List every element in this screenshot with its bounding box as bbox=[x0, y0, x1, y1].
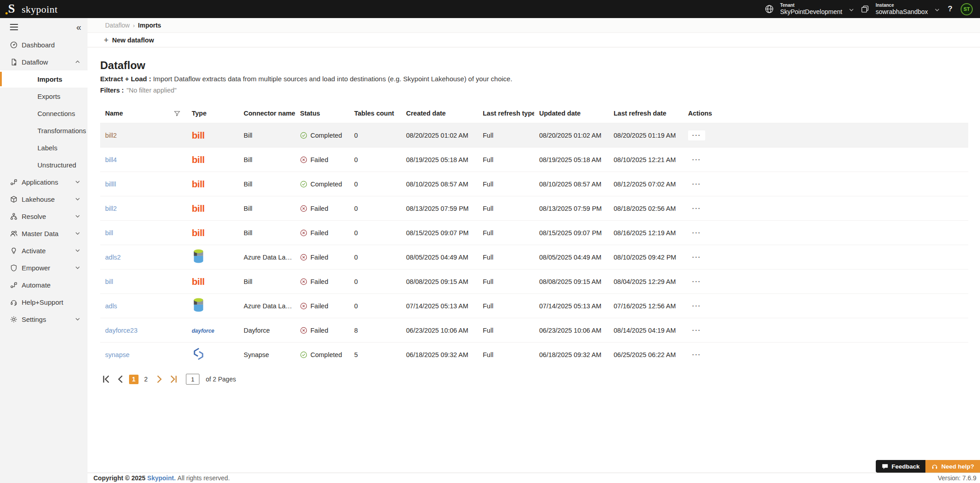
sidebar-item-lakehouse[interactable]: Lakehouse bbox=[0, 190, 88, 208]
created-date: 06/23/2025 10:06 AM bbox=[401, 327, 478, 334]
status-completed-icon bbox=[300, 351, 307, 358]
table-row[interactable]: bill4billBillFailed008/19/2025 05:18 AMF… bbox=[100, 147, 968, 172]
sidebar-item-activate[interactable]: Activate bbox=[0, 242, 88, 259]
status-cell: Failed bbox=[295, 254, 349, 261]
dataflow-name-link[interactable]: adls2 bbox=[105, 254, 121, 261]
nodes-icon bbox=[10, 281, 18, 289]
sidebar-item-resolve[interactable]: Resolve bbox=[0, 208, 88, 225]
row-actions-button[interactable]: ··· bbox=[688, 350, 705, 360]
sidebar-item-dashboard[interactable]: Dashboard bbox=[0, 36, 88, 53]
row-actions-button[interactable]: ··· bbox=[688, 277, 705, 287]
sidebar-item-imports[interactable]: Imports bbox=[0, 70, 88, 88]
column-header-created-date: Created date bbox=[401, 110, 478, 117]
feedback-button[interactable]: Feedback bbox=[876, 460, 925, 473]
row-actions-button[interactable]: ··· bbox=[688, 228, 705, 238]
tables-count: 0 bbox=[349, 132, 401, 139]
instance-selector[interactable]: Instance sowrabhaSandbox bbox=[876, 3, 928, 15]
table-row[interactable]: synapseSynapseCompleted506/18/2025 09:32… bbox=[100, 342, 968, 367]
last-refresh-date: 08/20/2025 01:19 AM bbox=[609, 132, 683, 139]
sidebar-item-help-support[interactable]: Help+Support bbox=[0, 293, 88, 311]
last-refresh-date: 08/16/2025 12:19 AM bbox=[609, 229, 683, 237]
dataflow-name-link[interactable]: bill bbox=[105, 278, 113, 285]
new-dataflow-button[interactable]: + New dataflow bbox=[104, 36, 154, 44]
table-row[interactable]: adlsAzure Data Lake St...Failed007/14/20… bbox=[100, 293, 968, 318]
row-actions-button[interactable]: ··· bbox=[688, 325, 705, 335]
dataflow-name-link[interactable]: bill2 bbox=[105, 205, 117, 212]
next-page-button[interactable] bbox=[153, 374, 165, 385]
table-row[interactable]: adls2Azure Data Lake St...Failed008/05/2… bbox=[100, 245, 968, 269]
sidebar-item-label: Settings bbox=[22, 316, 46, 323]
row-actions-button[interactable]: ··· bbox=[688, 252, 705, 262]
adls-icon bbox=[192, 249, 205, 264]
skypoint-logo[interactable]: S skypoint bbox=[8, 3, 58, 15]
table-row[interactable]: bill2billBillCompleted008/20/2025 01:02 … bbox=[100, 123, 968, 147]
sidebar-item-settings[interactable]: Settings bbox=[0, 311, 88, 328]
page-number-input[interactable] bbox=[186, 374, 199, 385]
chevron-down-icon bbox=[75, 316, 80, 322]
table-row[interactable]: billbillBillFailed008/08/2025 09:15 AMFu… bbox=[100, 269, 968, 293]
avatar[interactable]: ST bbox=[961, 3, 973, 15]
status-cell: Failed bbox=[295, 229, 349, 237]
last-refresh-date: 08/14/2025 04:19 AM bbox=[609, 327, 683, 334]
filters-line: Filters :"No filter applied" bbox=[100, 87, 968, 94]
table-row[interactable]: billbillBillFailed008/15/2025 09:07 PMFu… bbox=[100, 220, 968, 245]
tables-count: 8 bbox=[349, 327, 401, 334]
row-actions-button[interactable]: ··· bbox=[688, 130, 705, 140]
status-text: Failed bbox=[310, 278, 328, 285]
dataflow-name-link[interactable]: bill2 bbox=[105, 132, 117, 139]
bill-logo: bill bbox=[192, 204, 204, 213]
sidebar-item-label: Unstructured bbox=[37, 161, 76, 169]
skypoint-footer-link[interactable]: Skypoint. bbox=[147, 474, 176, 482]
row-actions-button[interactable]: ··· bbox=[688, 204, 705, 214]
dataflow-name-link[interactable]: dayforce23 bbox=[105, 327, 138, 334]
dataflow-name-link[interactable]: synapse bbox=[105, 351, 129, 358]
sidebar-item-labels[interactable]: Labels bbox=[0, 139, 88, 156]
collapse-sidebar-icon[interactable]: « bbox=[76, 23, 81, 32]
table-row[interactable]: dayforce23dayforceDayforceFailed806/23/2… bbox=[100, 318, 968, 342]
last-page-button[interactable] bbox=[168, 374, 180, 385]
dataflow-name-link[interactable]: bill4 bbox=[105, 156, 117, 163]
last-refresh-type: Full bbox=[478, 229, 534, 237]
created-date: 08/05/2025 04:49 AM bbox=[401, 254, 478, 261]
adls-icon bbox=[192, 298, 205, 312]
first-page-button[interactable] bbox=[100, 374, 112, 385]
table-row[interactable]: billllbillBillCompleted008/10/2025 08:57… bbox=[100, 172, 968, 196]
need-help-button[interactable]: Need help? bbox=[925, 460, 980, 473]
sidebar-item-transformations[interactable]: Transformations bbox=[0, 122, 88, 139]
tenant-selector[interactable]: Tenant SkyPointDevelopment bbox=[780, 3, 842, 15]
sidebar-item-automate[interactable]: Automate bbox=[0, 276, 88, 293]
row-actions-button[interactable]: ··· bbox=[688, 179, 705, 189]
sidebar-item-master-data[interactable]: Master Data bbox=[0, 225, 88, 242]
sidebar-item-empower[interactable]: Empower bbox=[0, 259, 88, 276]
dataflow-name-link[interactable]: bill bbox=[105, 229, 113, 237]
dataflow-name-link[interactable]: adls bbox=[105, 302, 117, 310]
status-text: Failed bbox=[310, 229, 328, 237]
chevron-down-icon bbox=[75, 265, 80, 270]
chevron-down-icon bbox=[75, 196, 80, 202]
created-date: 08/10/2025 08:57 AM bbox=[401, 181, 478, 188]
sidebar-item-connections[interactable]: Connections bbox=[0, 105, 88, 122]
hamburger-menu-icon[interactable] bbox=[10, 24, 18, 30]
last-refresh-type: Full bbox=[478, 351, 534, 358]
tables-count: 0 bbox=[349, 156, 401, 163]
page-1-button[interactable]: 1 bbox=[129, 375, 139, 384]
chevron-up-icon bbox=[75, 59, 80, 65]
sidebar-item-exports[interactable]: Exports bbox=[0, 88, 88, 105]
table-row[interactable]: bill2billBillFailed008/13/2025 07:59 PMF… bbox=[100, 196, 968, 220]
previous-page-button[interactable] bbox=[115, 374, 126, 385]
row-actions-button[interactable]: ··· bbox=[688, 301, 705, 311]
page-2-button[interactable]: 2 bbox=[141, 375, 151, 384]
sidebar-item-unstructured[interactable]: Unstructured bbox=[0, 156, 88, 173]
dataflow-name-link[interactable]: billll bbox=[105, 181, 116, 188]
filter-funnel-icon[interactable] bbox=[174, 110, 180, 117]
updated-date: 08/05/2025 04:49 AM bbox=[534, 254, 609, 261]
row-actions-button[interactable]: ··· bbox=[688, 155, 705, 165]
chevron-down-icon[interactable] bbox=[934, 7, 940, 13]
last-refresh-type: Full bbox=[478, 205, 534, 212]
help-icon[interactable]: ? bbox=[946, 5, 954, 14]
instance-value: sowrabhaSandbox bbox=[876, 8, 928, 15]
chevron-down-icon[interactable] bbox=[849, 7, 854, 13]
sidebar-item-applications[interactable]: Applications bbox=[0, 173, 88, 190]
sidebar-item-dataflow[interactable]: Dataflow bbox=[0, 53, 88, 70]
breadcrumb-dataflow[interactable]: Dataflow bbox=[105, 22, 129, 29]
